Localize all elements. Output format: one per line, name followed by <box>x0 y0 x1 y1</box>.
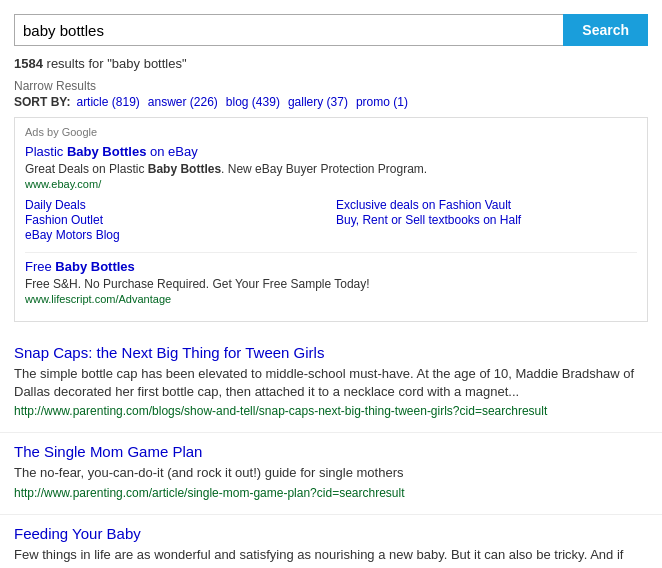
results-count: 1584 results for "baby bottles" <box>0 56 662 77</box>
result-item-0: Snap Caps: the Next Big Thing for Tween … <box>0 334 662 433</box>
search-bar: Search <box>0 0 662 56</box>
ad2-title-prefix: Free <box>25 259 55 274</box>
sort-link-answer[interactable]: answer (226) <box>148 95 218 109</box>
ad1-desc-suffix: . New eBay Buyer Protection Program. <box>221 162 427 176</box>
ad-divider <box>25 252 637 253</box>
ad1-sub-link-3[interactable]: Buy, Rent or Sell textbooks on Half <box>336 213 637 227</box>
sort-link-blog[interactable]: blog (439) <box>226 95 280 109</box>
result-url-0: http://www.parenting.com/blogs/show-and-… <box>14 404 648 418</box>
ad2-title-bold: Baby Bottles <box>55 259 134 274</box>
sort-link-promo[interactable]: promo (1) <box>356 95 408 109</box>
result-item-1: The Single Mom Game Plan The no-fear, yo… <box>0 433 662 514</box>
result-title-0[interactable]: Snap Caps: the Next Big Thing for Tween … <box>14 344 648 361</box>
search-button[interactable]: Search <box>563 14 648 46</box>
result-snippet-0: The simple bottle cap has been elevated … <box>14 365 648 401</box>
result-snippet-1: The no-fear, you-can-do-it (and rock it … <box>14 464 648 482</box>
result-title-2[interactable]: Feeding Your Baby <box>14 525 648 542</box>
ad1-sub-links: Daily Deals Exclusive deals on Fashion V… <box>25 198 637 242</box>
results-text: results for "baby bottles" <box>47 56 187 71</box>
ad1-sub-link-2[interactable]: Fashion Outlet <box>25 213 326 227</box>
narrow-sort: Narrow Results SORT BY: article (819) an… <box>0 77 662 117</box>
ad2-title[interactable]: Free Baby Bottles <box>25 259 637 274</box>
sort-link-gallery[interactable]: gallery (37) <box>288 95 348 109</box>
result-snippet-2: Few things in life are as wonderful and … <box>14 546 648 564</box>
ad2-description: Free S&H. No Purchase Required. Get Your… <box>25 277 637 291</box>
sort-link-article[interactable]: article (819) <box>76 95 139 109</box>
ad1-desc-bold: Baby Bottles <box>148 162 221 176</box>
ad1-title-bold: Baby Bottles <box>67 144 146 159</box>
ad1-sub-link-4[interactable]: eBay Motors Blog <box>25 228 326 242</box>
ad-box: Ads by Google Plastic Baby Bottles on eB… <box>14 117 648 322</box>
ad1-url: www.ebay.com/ <box>25 178 637 190</box>
ad1-title-prefix: Plastic <box>25 144 67 159</box>
search-input[interactable] <box>14 14 563 46</box>
ad2-url: www.lifescript.com/Advantage <box>25 293 637 305</box>
ad1-title-suffix: on eBay <box>146 144 197 159</box>
results-number: 1584 <box>14 56 43 71</box>
ad1-title[interactable]: Plastic Baby Bottles on eBay <box>25 144 637 159</box>
sort-row: SORT BY: article (819) answer (226) blog… <box>14 95 648 109</box>
narrow-label: Narrow Results <box>14 79 648 93</box>
result-title-1[interactable]: The Single Mom Game Plan <box>14 443 648 460</box>
ad1-sub-link-0[interactable]: Daily Deals <box>25 198 326 212</box>
sort-by-label: SORT BY: <box>14 95 70 109</box>
result-url-1: http://www.parenting.com/article/single-… <box>14 486 648 500</box>
ads-by-google-label: Ads by Google <box>25 126 637 138</box>
ad1-description: Great Deals on Plastic Baby Bottles. New… <box>25 162 637 176</box>
ad1-sub-link-1[interactable]: Exclusive deals on Fashion Vault <box>336 198 637 212</box>
ad1-desc-prefix: Great Deals on Plastic <box>25 162 148 176</box>
result-item-2: Feeding Your Baby Few things in life are… <box>0 515 662 568</box>
